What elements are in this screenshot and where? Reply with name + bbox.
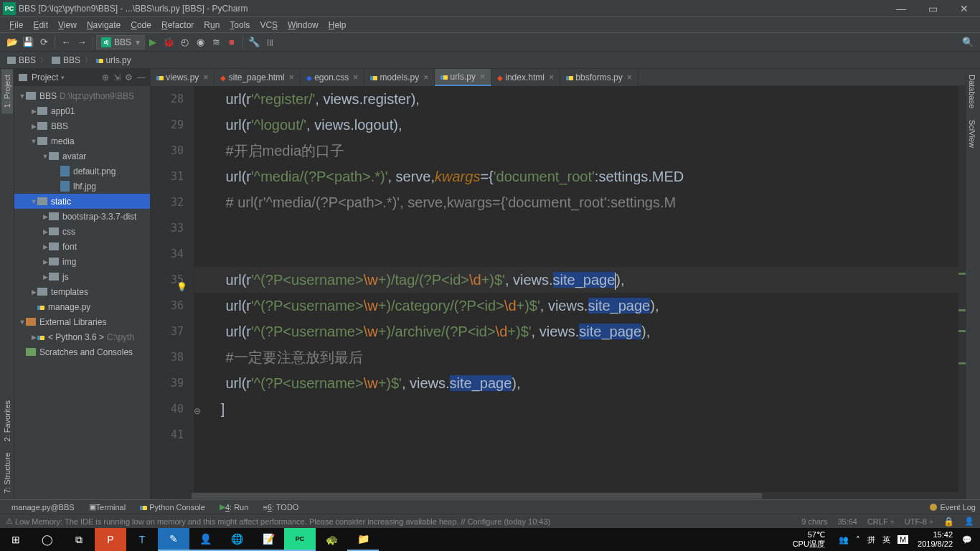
gear-icon[interactable]: ⚙ bbox=[125, 72, 133, 83]
refresh-icon[interactable]: ⟳ bbox=[36, 34, 52, 50]
collapse-icon[interactable]: ⇲ bbox=[113, 72, 121, 83]
tree-item[interactable]: ▼External Libraries bbox=[14, 314, 150, 329]
bottom-tab-pyconsole[interactable]: Python Console bbox=[133, 503, 212, 512]
menu-navigate[interactable]: Navigate bbox=[82, 20, 126, 30]
run-config-selector[interactable]: dj BBS ▾ bbox=[96, 35, 145, 50]
inspector-icon[interactable]: 👤 bbox=[964, 517, 974, 526]
close-tab-icon[interactable]: × bbox=[549, 72, 554, 83]
tree-item[interactable]: default.png bbox=[14, 164, 150, 179]
gutter-line-number[interactable]: 30 bbox=[151, 138, 184, 164]
editor-tab[interactable]: ◆ index.html× bbox=[491, 69, 560, 86]
project-tree[interactable]: ▼BBSD:\lqz\python9\BBS▶app01▶BBS▼media▼a… bbox=[14, 86, 150, 499]
gutter-line-number[interactable]: 41 bbox=[151, 422, 184, 448]
taskbar-notepad-icon[interactable]: 📝 bbox=[253, 528, 284, 551]
ime-mode-icon[interactable]: M bbox=[897, 535, 908, 544]
forward-icon[interactable]: → bbox=[74, 34, 90, 50]
close-tab-icon[interactable]: × bbox=[480, 72, 485, 82]
gutter-line-number[interactable]: 32 bbox=[151, 189, 184, 215]
code-line[interactable]: # url(r'^media/(?P<path>.*)', serve,kwar… bbox=[194, 189, 958, 215]
menu-tools[interactable]: Tools bbox=[225, 20, 255, 30]
open-icon[interactable]: 📂 bbox=[4, 34, 20, 50]
expand-arrow-icon[interactable]: ▶ bbox=[42, 273, 49, 281]
close-tab-icon[interactable]: × bbox=[353, 72, 358, 83]
status-line-sep[interactable]: CRLF ÷ bbox=[867, 517, 895, 526]
tool-tab-structure[interactable]: 7: Structure bbox=[1, 447, 13, 499]
code-line[interactable] bbox=[194, 422, 958, 448]
editor-tab[interactable]: models.py× bbox=[364, 69, 435, 86]
profile-icon[interactable]: ◉ bbox=[192, 34, 208, 50]
menu-vcs[interactable]: VCS bbox=[255, 20, 283, 30]
expand-arrow-icon[interactable]: ▶ bbox=[42, 258, 49, 265]
tree-item[interactable]: ▶BBS bbox=[14, 118, 150, 133]
gutter-line-number[interactable]: 40 bbox=[151, 396, 184, 422]
expand-arrow-icon[interactable]: ▶ bbox=[30, 108, 37, 115]
lock-icon[interactable]: 🔒 bbox=[943, 517, 954, 527]
expand-arrow-icon[interactable]: ▶ bbox=[30, 123, 37, 130]
editor-tab[interactable]: ◆ site_page.html× bbox=[215, 69, 300, 86]
tree-item[interactable]: ▶font bbox=[14, 239, 150, 254]
code-line[interactable]: url(r'^(?P<username>\w+)/category/(?P<id… bbox=[194, 293, 958, 319]
code-line[interactable]: #开启media的口子 bbox=[194, 138, 958, 164]
editor-tab[interactable]: urls.py× bbox=[435, 69, 491, 86]
code-line[interactable]: url(r'^media/(?P<path>.*)', serve,kwargs… bbox=[194, 164, 958, 189]
fold-icon[interactable]: ⊖ bbox=[194, 406, 201, 416]
tray-people-icon[interactable]: 👥 bbox=[839, 535, 849, 545]
editor-tab[interactable]: ◆ egon.css× bbox=[301, 69, 364, 86]
menu-window[interactable]: Window bbox=[283, 20, 324, 30]
project-panel-header[interactable]: Project ▾ ⊕ ⇲ ⚙ — bbox=[14, 69, 150, 86]
expand-arrow-icon[interactable]: ▼ bbox=[19, 319, 26, 326]
tray-chevron-icon[interactable]: ˄ bbox=[856, 535, 860, 545]
cpu-temp-widget[interactable]: 57℃CPU温度 bbox=[793, 530, 825, 549]
tree-item[interactable]: ▶bootstrap-3.3.7-dist bbox=[14, 209, 150, 224]
tree-item[interactable]: ▶templates bbox=[14, 284, 150, 299]
menu-refactor[interactable]: Refactor bbox=[156, 20, 199, 30]
tree-item[interactable]: ▶js bbox=[14, 269, 150, 284]
tree-item[interactable]: ▼avatar bbox=[14, 149, 150, 164]
action-center-icon[interactable]: 💬 bbox=[962, 535, 972, 545]
menu-view[interactable]: View bbox=[53, 20, 82, 30]
target-icon[interactable]: ⊕ bbox=[102, 72, 109, 83]
close-button[interactable]: ✕ bbox=[948, 1, 980, 17]
code-line[interactable] bbox=[194, 215, 958, 241]
expand-arrow-icon[interactable]: ▼ bbox=[19, 93, 26, 100]
event-log-button[interactable]: Event Log bbox=[930, 503, 976, 512]
maximize-button[interactable]: ▭ bbox=[917, 1, 948, 17]
taskbar-explorer-icon[interactable]: 📁 bbox=[347, 528, 379, 551]
run-icon[interactable]: ▶ bbox=[145, 34, 161, 50]
gutter-line-number[interactable]: 31 bbox=[151, 164, 184, 189]
taskbar-app-icon[interactable]: 🐢 bbox=[316, 528, 347, 551]
back-icon[interactable]: ← bbox=[58, 34, 74, 50]
expand-arrow-icon[interactable]: ▶ bbox=[30, 334, 37, 341]
ime-lang-icon[interactable]: 英 bbox=[882, 534, 890, 545]
gutter-line-number[interactable]: 36 bbox=[151, 293, 184, 319]
code-line[interactable]: url(r'^(?P<username>\w+)/tag/(?P<id>\d+)… bbox=[194, 267, 958, 293]
code-line[interactable]: url(r'^register/', views.register), bbox=[194, 86, 958, 112]
gutter-line-number[interactable]: 29 bbox=[151, 112, 184, 138]
stop-icon[interactable]: ■ bbox=[224, 34, 240, 50]
intention-bulb-icon[interactable]: 💡 bbox=[176, 274, 187, 284]
tree-item[interactable]: ▶css bbox=[14, 224, 150, 239]
menu-file[interactable]: File bbox=[4, 20, 28, 30]
status-caret-pos[interactable]: 35:64 bbox=[837, 517, 857, 526]
tool-tab-project[interactable]: 1: Project bbox=[1, 69, 13, 113]
bottom-tab-manage[interactable]: manage.py@BBS bbox=[4, 503, 82, 512]
breadcrumb[interactable]: urls.py bbox=[93, 55, 134, 65]
expand-arrow-icon[interactable]: ▶ bbox=[30, 288, 37, 296]
gutter-line-number[interactable]: 38 bbox=[151, 344, 184, 370]
taskbar-app-icon[interactable]: T bbox=[126, 528, 158, 551]
expand-arrow-icon[interactable]: ▶ bbox=[42, 228, 49, 235]
expand-arrow-icon[interactable]: ▼ bbox=[30, 138, 37, 145]
bottom-tab-terminal[interactable]: ▣ Terminal bbox=[82, 502, 133, 512]
tree-item[interactable]: ▶app01 bbox=[14, 103, 150, 118]
expand-arrow-icon[interactable]: ▶ bbox=[42, 243, 49, 250]
taskbar-app-icon[interactable]: ✎ bbox=[158, 528, 189, 551]
tree-item[interactable]: ▶img bbox=[14, 254, 150, 269]
code-line[interactable]: url(r'^logout/', views.logout), bbox=[194, 112, 958, 138]
gutter-line-number[interactable]: 28 bbox=[151, 86, 184, 112]
taskbar-pycharm-icon[interactable]: PC bbox=[284, 528, 316, 551]
close-tab-icon[interactable]: × bbox=[203, 72, 208, 83]
gutter-line-number[interactable]: 39 bbox=[151, 370, 184, 396]
wrench-icon[interactable]: 🔧 bbox=[246, 34, 262, 50]
menu-run[interactable]: Run bbox=[199, 20, 225, 30]
ime-icon[interactable]: 拼 bbox=[867, 534, 875, 545]
